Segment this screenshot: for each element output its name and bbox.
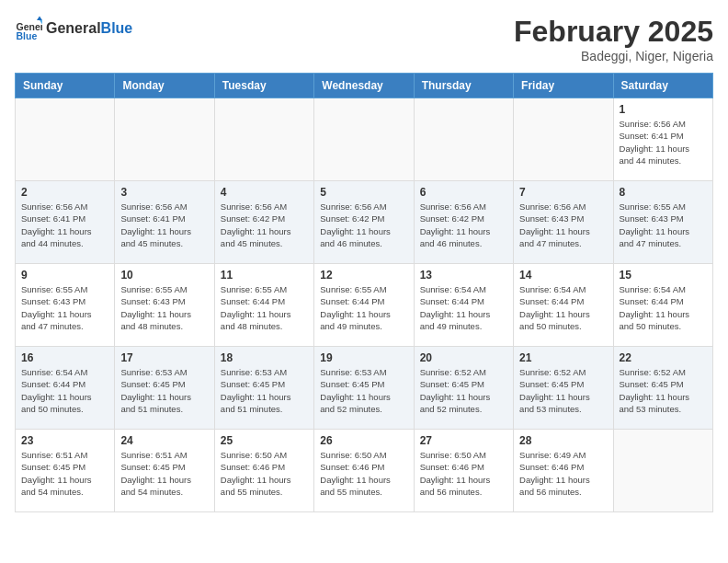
table-row: 24Sunrise: 6:51 AM Sunset: 6:45 PM Dayli… (115, 430, 214, 512)
table-row (514, 98, 613, 181)
day-info: Sunrise: 6:52 AM Sunset: 6:45 PM Dayligh… (420, 366, 507, 415)
day-info: Sunrise: 6:52 AM Sunset: 6:45 PM Dayligh… (519, 366, 607, 415)
header-sunday: Sunday (16, 74, 115, 98)
table-row (214, 98, 313, 181)
day-info: Sunrise: 6:50 AM Sunset: 6:46 PM Dayligh… (221, 449, 308, 498)
table-row: 26Sunrise: 6:50 AM Sunset: 6:46 PM Dayli… (314, 430, 414, 512)
day-info: Sunrise: 6:53 AM Sunset: 6:45 PM Dayligh… (120, 366, 208, 415)
table-row: 11Sunrise: 6:55 AM Sunset: 6:44 PM Dayli… (214, 264, 313, 347)
day-info: Sunrise: 6:56 AM Sunset: 6:42 PM Dayligh… (320, 201, 407, 249)
table-row (613, 430, 712, 512)
day-info: Sunrise: 6:49 AM Sunset: 6:46 PM Dayligh… (519, 449, 607, 498)
calendar-week-row: 16Sunrise: 6:54 AM Sunset: 6:44 PM Dayli… (16, 347, 713, 430)
day-number: 15 (620, 269, 707, 282)
table-row: 3Sunrise: 6:56 AM Sunset: 6:41 PM Daylig… (115, 181, 214, 264)
header: General Blue GeneralBlue February 2025 B… (15, 15, 713, 63)
day-info: Sunrise: 6:56 AM Sunset: 6:41 PM Dayligh… (21, 201, 108, 249)
day-info: Sunrise: 6:55 AM Sunset: 6:43 PM Dayligh… (120, 283, 208, 332)
title-area: February 2025 Badeggi, Niger, Nigeria (514, 15, 713, 63)
day-number: 22 (620, 351, 707, 364)
calendar-week-row: 2Sunrise: 6:56 AM Sunset: 6:41 PM Daylig… (16, 181, 713, 264)
day-number: 9 (21, 269, 108, 282)
header-monday: Monday (115, 74, 214, 98)
day-number: 21 (519, 351, 607, 364)
logo: General Blue GeneralBlue (15, 15, 132, 42)
header-tuesday: Tuesday (214, 74, 313, 98)
table-row: 20Sunrise: 6:52 AM Sunset: 6:45 PM Dayli… (414, 347, 513, 430)
day-number: 7 (519, 186, 607, 199)
day-info: Sunrise: 6:51 AM Sunset: 6:45 PM Dayligh… (21, 449, 108, 498)
table-row: 12Sunrise: 6:55 AM Sunset: 6:44 PM Dayli… (314, 264, 414, 347)
logo-text: GeneralBlue (46, 20, 132, 37)
day-number: 24 (120, 434, 208, 447)
day-info: Sunrise: 6:50 AM Sunset: 6:46 PM Dayligh… (420, 449, 507, 498)
table-row (115, 98, 214, 181)
day-number: 10 (120, 269, 208, 282)
table-row: 14Sunrise: 6:54 AM Sunset: 6:44 PM Dayli… (514, 264, 613, 347)
day-number: 12 (320, 269, 407, 282)
day-number: 4 (221, 186, 308, 199)
day-number: 3 (120, 186, 208, 199)
day-info: Sunrise: 6:54 AM Sunset: 6:44 PM Dayligh… (21, 366, 108, 415)
day-info: Sunrise: 6:56 AM Sunset: 6:42 PM Dayligh… (221, 201, 308, 249)
calendar-week-row: 1Sunrise: 6:56 AM Sunset: 6:41 PM Daylig… (16, 98, 713, 181)
day-info: Sunrise: 6:54 AM Sunset: 6:44 PM Dayligh… (519, 283, 607, 332)
day-number: 5 (320, 186, 407, 199)
general-blue-icon: General Blue (15, 15, 42, 42)
day-number: 8 (620, 186, 707, 199)
day-number: 26 (320, 434, 407, 447)
table-row: 8Sunrise: 6:55 AM Sunset: 6:43 PM Daylig… (613, 181, 712, 264)
day-info: Sunrise: 6:56 AM Sunset: 6:41 PM Dayligh… (120, 201, 208, 249)
calendar-week-row: 23Sunrise: 6:51 AM Sunset: 6:45 PM Dayli… (16, 430, 713, 512)
day-info: Sunrise: 6:52 AM Sunset: 6:45 PM Dayligh… (620, 366, 707, 415)
day-info: Sunrise: 6:50 AM Sunset: 6:46 PM Dayligh… (320, 449, 407, 498)
day-info: Sunrise: 6:53 AM Sunset: 6:45 PM Dayligh… (221, 366, 308, 415)
table-row: 1Sunrise: 6:56 AM Sunset: 6:41 PM Daylig… (613, 98, 712, 181)
table-row: 7Sunrise: 6:56 AM Sunset: 6:43 PM Daylig… (514, 181, 613, 264)
day-info: Sunrise: 6:54 AM Sunset: 6:44 PM Dayligh… (620, 283, 707, 332)
calendar-title: February 2025 (514, 15, 713, 49)
table-row: 15Sunrise: 6:54 AM Sunset: 6:44 PM Dayli… (613, 264, 712, 347)
table-row: 10Sunrise: 6:55 AM Sunset: 6:43 PM Dayli… (115, 264, 214, 347)
day-number: 19 (320, 351, 407, 364)
day-info: Sunrise: 6:56 AM Sunset: 6:41 PM Dayligh… (620, 118, 707, 167)
table-row: 25Sunrise: 6:50 AM Sunset: 6:46 PM Dayli… (214, 430, 313, 512)
calendar-week-row: 9Sunrise: 6:55 AM Sunset: 6:43 PM Daylig… (16, 264, 713, 347)
table-row: 13Sunrise: 6:54 AM Sunset: 6:44 PM Dayli… (414, 264, 513, 347)
day-number: 25 (221, 434, 308, 447)
header-thursday: Thursday (414, 74, 513, 98)
table-row: 6Sunrise: 6:56 AM Sunset: 6:42 PM Daylig… (414, 181, 513, 264)
day-info: Sunrise: 6:55 AM Sunset: 6:43 PM Dayligh… (21, 283, 108, 332)
day-info: Sunrise: 6:53 AM Sunset: 6:45 PM Dayligh… (320, 366, 407, 415)
day-info: Sunrise: 6:56 AM Sunset: 6:43 PM Dayligh… (519, 201, 607, 249)
table-row: 22Sunrise: 6:52 AM Sunset: 6:45 PM Dayli… (613, 347, 712, 430)
table-row: 28Sunrise: 6:49 AM Sunset: 6:46 PM Dayli… (514, 430, 613, 512)
table-row: 4Sunrise: 6:56 AM Sunset: 6:42 PM Daylig… (214, 181, 313, 264)
header-friday: Friday (514, 74, 613, 98)
table-row (414, 98, 513, 181)
header-wednesday: Wednesday (314, 74, 414, 98)
table-row: 17Sunrise: 6:53 AM Sunset: 6:45 PM Dayli… (115, 347, 214, 430)
day-info: Sunrise: 6:51 AM Sunset: 6:45 PM Dayligh… (120, 449, 208, 498)
table-row (16, 98, 115, 181)
table-row: 2Sunrise: 6:56 AM Sunset: 6:41 PM Daylig… (16, 181, 115, 264)
table-row: 21Sunrise: 6:52 AM Sunset: 6:45 PM Dayli… (514, 347, 613, 430)
day-info: Sunrise: 6:55 AM Sunset: 6:44 PM Dayligh… (221, 283, 308, 332)
day-number: 11 (221, 269, 308, 282)
svg-text:Blue: Blue (17, 30, 38, 41)
day-number: 6 (420, 186, 507, 199)
day-number: 14 (519, 269, 607, 282)
day-number: 20 (420, 351, 507, 364)
table-row: 18Sunrise: 6:53 AM Sunset: 6:45 PM Dayli… (214, 347, 313, 430)
day-number: 28 (519, 434, 607, 447)
table-row: 27Sunrise: 6:50 AM Sunset: 6:46 PM Dayli… (414, 430, 513, 512)
header-saturday: Saturday (613, 74, 712, 98)
calendar-table: Sunday Monday Tuesday Wednesday Thursday… (15, 73, 713, 512)
svg-marker-2 (37, 17, 42, 21)
day-number: 18 (221, 351, 308, 364)
day-number: 1 (620, 103, 707, 116)
day-info: Sunrise: 6:56 AM Sunset: 6:42 PM Dayligh… (420, 201, 507, 249)
day-number: 27 (420, 434, 507, 447)
calendar-subtitle: Badeggi, Niger, Nigeria (514, 49, 713, 63)
day-number: 17 (120, 351, 208, 364)
